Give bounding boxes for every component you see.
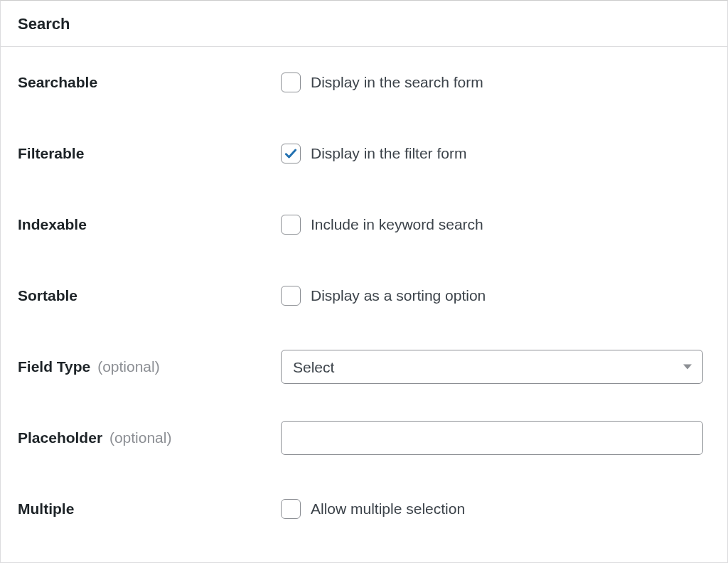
checkbox-multiple-label: Allow multiple selection (311, 500, 465, 518)
row-filterable: Filterable Display in the filter form (18, 136, 710, 171)
panel-body: Searchable Display in the search form Fi… (1, 47, 727, 543)
search-settings-panel: Search Searchable Display in the search … (0, 0, 728, 563)
checkbox-searchable[interactable] (281, 73, 301, 92)
label-multiple: Multiple (18, 500, 281, 518)
checkbox-sortable-label: Display as a sorting option (311, 287, 486, 304)
checkbox-multiple[interactable] (281, 499, 301, 519)
row-indexable: Indexable Include in keyword search (18, 208, 710, 242)
row-sortable: Sortable Display as a sorting option (18, 279, 710, 313)
label-placeholder: Placeholder (optional) (18, 429, 281, 446)
row-placeholder: Placeholder (optional) (18, 421, 710, 455)
panel-title: Search (1, 1, 727, 47)
label-sortable: Sortable (18, 287, 281, 304)
checkbox-searchable-label: Display in the search form (311, 74, 483, 91)
select-field-type[interactable]: Select (281, 350, 703, 384)
row-multiple: Multiple Allow multiple selection (18, 492, 710, 526)
checkbox-filterable[interactable] (281, 144, 301, 163)
label-searchable: Searchable (18, 74, 281, 91)
checkbox-indexable[interactable] (281, 215, 301, 235)
check-icon (284, 146, 298, 161)
row-searchable: Searchable Display in the search form (18, 65, 710, 100)
label-field-type: Field Type (optional) (18, 358, 281, 375)
optional-hint: (optional) (97, 358, 160, 375)
row-field-type: Field Type (optional) Select (18, 350, 710, 384)
label-filterable: Filterable (18, 145, 281, 162)
input-placeholder[interactable] (281, 421, 703, 455)
label-indexable: Indexable (18, 216, 281, 233)
checkbox-filterable-label: Display in the filter form (311, 145, 466, 162)
checkbox-sortable[interactable] (281, 286, 301, 306)
checkbox-indexable-label: Include in keyword search (311, 216, 483, 233)
optional-hint: (optional) (109, 429, 172, 446)
